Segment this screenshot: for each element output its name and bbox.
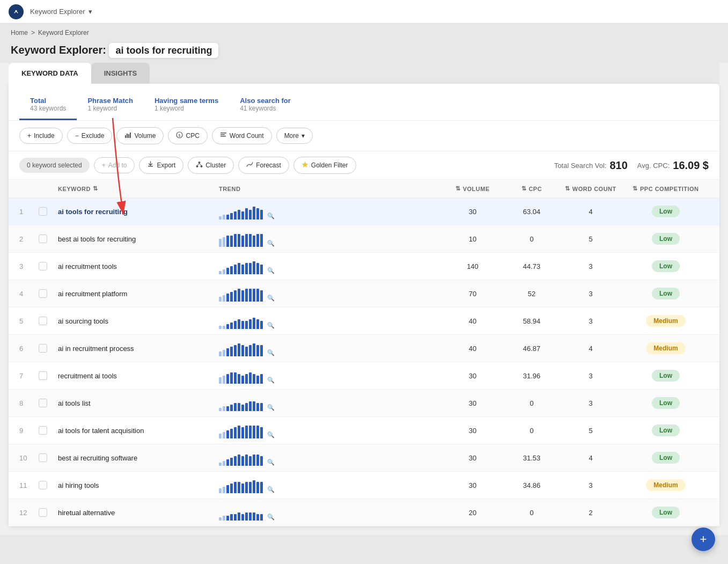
trend-bar xyxy=(238,512,240,521)
word-count-cell: 3 xyxy=(558,290,623,298)
row-checkbox[interactable] xyxy=(39,426,58,435)
ppc-cell: Low xyxy=(623,288,709,299)
col-trend-label: TREND xyxy=(219,186,240,192)
col-keyword[interactable]: KEYWORD ⇅ xyxy=(58,185,219,192)
volume-cell: 30 xyxy=(440,372,505,380)
golden-filter-btn[interactable]: Golden Filter xyxy=(293,157,356,174)
word-count-cell: 3 xyxy=(558,317,623,325)
trend-search-icon[interactable]: 🔍 xyxy=(267,213,275,219)
trend-bar xyxy=(260,403,263,411)
trend-cell: 🔍 xyxy=(219,258,440,274)
trend-search-icon[interactable]: 🔍 xyxy=(267,267,275,274)
ktype-total[interactable]: Total 43 keywords xyxy=(19,92,77,120)
trend-search-icon[interactable]: 🔍 xyxy=(267,431,275,438)
cpc-filter-btn[interactable]: $ CPC xyxy=(168,127,207,144)
trend-bar xyxy=(223,406,225,411)
trend-bar xyxy=(253,207,255,219)
total-search-vol: 810 xyxy=(609,159,627,172)
row-checkbox[interactable] xyxy=(39,481,58,489)
trend-search-icon[interactable]: 🔍 xyxy=(267,295,275,302)
add-to-label: Add to xyxy=(108,162,127,169)
word-count-cell: 4 xyxy=(558,345,623,353)
ktype-also-count: 41 keywords xyxy=(240,105,291,112)
row-checkbox[interactable] xyxy=(39,344,58,353)
col-volume[interactable]: ⇅ VOLUME xyxy=(440,185,505,192)
more-filter-btn[interactable]: More ▾ xyxy=(276,128,313,144)
trend-bar xyxy=(241,345,244,356)
word-count-cell: 3 xyxy=(558,399,623,407)
cluster-btn[interactable]: Cluster xyxy=(188,157,234,174)
trend-bar xyxy=(219,463,222,466)
ppc-cell: Medium xyxy=(623,479,709,491)
export-btn[interactable]: Export xyxy=(139,157,183,174)
trend-search-icon[interactable]: 🔍 xyxy=(267,377,275,384)
ktype-phrase-match[interactable]: Phrase Match 1 keyword xyxy=(77,92,144,120)
keyword-cell: ai tools for talent acquisition xyxy=(58,427,219,435)
breadcrumb-home[interactable]: Home xyxy=(11,29,28,36)
trend-bar xyxy=(226,406,229,411)
trend-bar xyxy=(253,401,255,411)
forecast-btn[interactable]: Forecast xyxy=(238,157,289,174)
word-count-filter-btn[interactable]: Word Count xyxy=(212,127,272,144)
svg-marker-15 xyxy=(302,162,308,167)
trend-bar xyxy=(256,514,259,521)
trend-bar xyxy=(249,456,252,466)
row-checkbox[interactable] xyxy=(39,262,58,270)
breadcrumb-current: Keyword Explorer xyxy=(38,29,89,36)
trend-bar xyxy=(245,482,248,493)
trend-search-icon[interactable]: 🔍 xyxy=(267,486,275,493)
trend-search-icon[interactable]: 🔍 xyxy=(267,349,275,356)
ppc-cell: Medium xyxy=(623,342,709,354)
ppc-cell: Medium xyxy=(623,315,709,327)
trend-bar xyxy=(238,263,240,274)
trend-bar xyxy=(238,455,240,466)
trend-search-icon[interactable]: 🔍 xyxy=(267,514,275,521)
include-label: Include xyxy=(34,132,55,140)
row-number: 12 xyxy=(19,509,39,517)
search-vol-label: Total Search Vol: xyxy=(554,162,607,170)
svg-point-1 xyxy=(15,10,17,11)
col-ppc[interactable]: ⇅ PPC COMPETITION xyxy=(623,185,709,192)
trend-search-icon[interactable]: 🔍 xyxy=(267,322,275,329)
trend-bar xyxy=(223,487,225,493)
trend-search-icon[interactable]: 🔍 xyxy=(267,240,275,247)
add-to-btn[interactable]: + Add to xyxy=(94,157,135,173)
ktype-same-label: Having same terms xyxy=(155,97,218,105)
volume-filter-btn[interactable]: Volume xyxy=(116,127,164,144)
row-checkbox[interactable] xyxy=(39,371,58,380)
volume-cell: 40 xyxy=(440,317,505,325)
col-cpc[interactable]: ⇅ CPC xyxy=(505,185,558,192)
avg-cpc-label: Avg. CPC: xyxy=(637,162,670,170)
row-checkbox[interactable] xyxy=(39,235,58,243)
exclude-filter-btn[interactable]: − Exclude xyxy=(67,128,113,144)
tab-insights[interactable]: INSIGHTS xyxy=(91,63,150,84)
volume-cell: 20 xyxy=(440,509,505,517)
trend-search-icon[interactable]: 🔍 xyxy=(267,459,275,466)
row-checkbox[interactable] xyxy=(39,207,58,216)
trend-bar xyxy=(234,427,237,438)
row-checkbox[interactable] xyxy=(39,399,58,407)
row-checkbox[interactable] xyxy=(39,508,58,517)
word-count-cell: 3 xyxy=(558,372,623,380)
trend-search-icon[interactable]: 🔍 xyxy=(267,404,275,411)
include-filter-btn[interactable]: + Include xyxy=(19,128,63,144)
topbar-chevron[interactable]: ▾ xyxy=(89,8,92,16)
row-checkbox[interactable] xyxy=(39,289,58,298)
app-logo[interactable] xyxy=(9,4,24,19)
ktype-same-terms[interactable]: Having same terms 1 keyword xyxy=(144,92,229,120)
keyword-cell: ai tools list xyxy=(58,399,219,407)
row-checkbox[interactable] xyxy=(39,453,58,462)
ktype-also-search[interactable]: Also search for 41 keywords xyxy=(229,92,302,120)
row-checkbox[interactable] xyxy=(39,317,58,325)
col-word-count[interactable]: ⇅ WORD COUNT xyxy=(558,185,623,192)
avg-cpc-value: 16.09 $ xyxy=(673,159,709,172)
trend-bar xyxy=(230,429,233,438)
col-trend[interactable]: TREND xyxy=(219,186,440,192)
trend-bar xyxy=(226,236,229,247)
trend-bar xyxy=(219,271,222,274)
ppc-badge: Low xyxy=(652,507,680,518)
trend-bar xyxy=(253,261,255,274)
trend-bar xyxy=(253,512,255,521)
trend-bar xyxy=(234,345,237,356)
tab-keyword-data[interactable]: KEYWORD DATA xyxy=(9,63,91,84)
